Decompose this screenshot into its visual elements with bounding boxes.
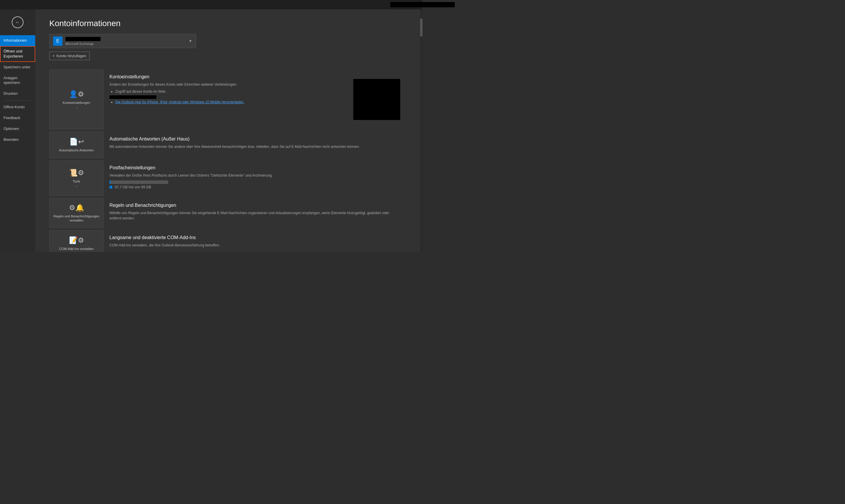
qr-code-panel: [353, 79, 400, 120]
postfacheinstellungen-desc: Verwalten der Größe Ihres Postfachs durc…: [109, 173, 400, 178]
automatische-antworten-icon-box[interactable]: 📄↩ Automatische Antworten: [49, 132, 104, 158]
automatische-antworten-title: Automatische Antworten (Außer Haus): [109, 137, 400, 142]
list-item-app-link[interactable]: Die Outlook-App für iPhone, iPad, Androi…: [115, 100, 353, 104]
titlebar-title-redacted: [390, 2, 422, 7]
section-com-addins: 📝⚙ COM-Add-Ins verwalten Langsame und de…: [49, 230, 406, 252]
com-addins-desc: COM-Add-Ins verwalten, die Ihre Outlook-…: [109, 242, 400, 248]
account-name-redacted: [66, 37, 101, 41]
postfacheinstellungen-content: Postfacheinstellungen Verwalten der Größ…: [104, 160, 406, 196]
kontoeinstellungen-first-row: Kontoeinstellungen Ändern der Einstellun…: [109, 74, 400, 125]
titlebar-center: [390, 2, 422, 7]
section-regeln-benachrichtigungen: ⚙🔔 Regeln und Benachrichtigungen verwalt…: [49, 198, 406, 228]
tools-icon: 📜⚙: [69, 169, 84, 177]
sidebar-item-optionen[interactable]: Optionen: [0, 124, 35, 134]
sidebar-divider: [3, 100, 32, 101]
sidebar-item-drucken[interactable]: Drucken: [0, 88, 35, 99]
regeln-desc: Mithilfe von Regeln und Benachrichtigung…: [109, 210, 400, 221]
section-kontoeinstellungen: 👤⚙ Kontoeinstellungen ⌄ Kontoeinstellung…: [49, 70, 406, 129]
com-addins-icon-box[interactable]: 📝⚙ COM-Add-Ins verwalten: [49, 230, 104, 252]
com-addins-content: Langsame und deaktivierte COM-Add-Ins CO…: [104, 230, 406, 252]
automatische-antworten-content: Automatische Antworten (Außer Haus) Mit …: [104, 132, 406, 158]
kontoeinstellungen-list: Zugriff auf dieses Konto im Web. Die Out…: [109, 89, 353, 104]
account-type-label: Microsoft Exchange: [66, 42, 188, 46]
com-addins-icon: 📝⚙: [69, 236, 84, 245]
storage-progress-bg: [109, 180, 168, 184]
dropdown-arrow-icon: ▼: [188, 39, 192, 43]
sidebar-item-speichern-unter[interactable]: Speichern unter: [0, 62, 35, 73]
kontoeinstellungen-content: Kontoeinstellungen Ändern der Einstellun…: [104, 70, 406, 129]
tools-icon-label: Tools: [73, 179, 80, 183]
back-circle-icon[interactable]: ←: [12, 16, 23, 28]
kontoeinstellungen-desc: Ändern der Einstellungen für dieses Kont…: [109, 82, 353, 87]
auto-reply-icon: 📄↩: [69, 138, 84, 146]
titlebar: ? — ❐ ✕: [0, 0, 422, 10]
com-addins-icon-label: COM-Add-Ins verwalten: [59, 247, 94, 251]
kontoeinstellungen-title: Kontoeinstellungen: [109, 74, 353, 79]
storage-progress-fill: [109, 180, 111, 184]
list-item-web-access: Zugriff auf dieses Konto im Web.: [115, 89, 353, 94]
kontoeinstellungen-chevron: ⌄: [75, 106, 78, 109]
regeln-title: Regeln und Benachrichtigungen: [109, 203, 400, 208]
sidebar-item-anlagen-speichern[interactable]: Anlagen speichern: [0, 73, 35, 89]
outlook-app-link[interactable]: Die Outlook-App für iPhone, iPad, Androi…: [115, 100, 245, 104]
automatische-antworten-desc: Mit automatischen Antworten können Sie a…: [109, 144, 400, 149]
scrollbar-thumb[interactable]: [420, 19, 422, 36]
com-addins-title: Langsame und deaktivierte COM-Add-Ins: [109, 235, 400, 240]
scrollbar-track[interactable]: [420, 10, 422, 252]
storage-progress-container: 97,7 GB frei von 99 GB: [109, 180, 400, 189]
add-icon: +: [53, 54, 55, 58]
storage-text: 97,7 GB frei von 99 GB: [115, 185, 151, 189]
page-title: Kontoinformationen: [49, 19, 406, 28]
regeln-icon-label: Regeln und Benachrichtigungen verwalten: [52, 214, 101, 223]
sidebar-item-oeffnen-exportieren[interactable]: Öffnen und Exportieren: [0, 46, 35, 62]
redacted-bar: [109, 95, 156, 99]
content-header: Kontoinformationen E Microsoft Exchange …: [35, 10, 420, 65]
section-postfacheinstellungen: 📜⚙ Tools ⌄ Postfacheinstellungen Verwalt…: [49, 160, 406, 196]
add-account-label: Konto hinzufügen: [57, 54, 86, 58]
list-item-redacted: [109, 95, 353, 99]
postfacheinstellungen-title: Postfacheinstellungen: [109, 165, 400, 170]
account-exchange-icon: E: [53, 36, 62, 46]
tools-chevron: ⌄: [75, 184, 78, 187]
back-button[interactable]: ←: [8, 13, 27, 32]
add-account-button[interactable]: + Konto hinzufügen: [49, 52, 89, 60]
tools-icon-box[interactable]: 📜⚙ Tools ⌄: [49, 160, 104, 196]
account-dropdown[interactable]: E Microsoft Exchange ▼: [49, 34, 196, 48]
content-scrollable[interactable]: 👤⚙ Kontoeinstellungen ⌄ Kontoeinstellung…: [35, 65, 420, 252]
sidebar-item-feedback[interactable]: Feedback: [0, 113, 35, 124]
sidebar-item-informationen[interactable]: Informationen: [0, 35, 35, 46]
kontoeinstellungen-icon-box[interactable]: 👤⚙ Kontoeinstellungen ⌄: [49, 70, 104, 129]
storage-legend-icon: [109, 186, 112, 188]
sidebar: ← Informationen Öffnen und Exportieren S…: [0, 10, 35, 252]
content-area: Kontoinformationen E Microsoft Exchange …: [35, 10, 420, 252]
sidebar-item-beenden[interactable]: Beenden: [0, 134, 35, 145]
person-settings-icon: 👤⚙: [69, 90, 84, 98]
regeln-content: Regeln und Benachrichtigungen Mithilfe v…: [104, 198, 406, 228]
regeln-icon-box[interactable]: ⚙🔔 Regeln und Benachrichtigungen verwalt…: [49, 198, 104, 228]
section-automatische-antworten: 📄↩ Automatische Antworten Automatische A…: [49, 132, 406, 158]
sidebar-item-office-konto[interactable]: Office-Konto: [0, 102, 35, 113]
app-body: ← Informationen Öffnen und Exportieren S…: [0, 10, 422, 252]
account-info: Microsoft Exchange: [66, 37, 188, 46]
regeln-icon: ⚙🔔: [69, 203, 84, 212]
kontoeinstellungen-icon-label: Kontoeinstellungen: [63, 101, 90, 105]
automatische-antworten-icon-label: Automatische Antworten: [59, 148, 94, 152]
